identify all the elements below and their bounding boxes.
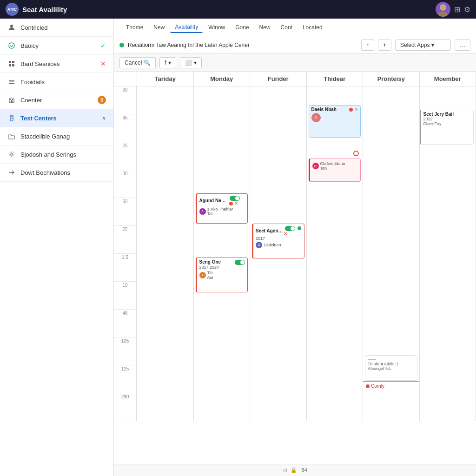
svg-rect-13 [10, 99, 11, 100]
calendar-grid-body: 30 45 25 30 60 25 1.5 10 46 105 125 290 [114, 86, 476, 421]
toggle-seet-agen[interactable] [285, 226, 295, 231]
day-header-4: Pronteisy [363, 72, 420, 86]
sidebar-label-bard: Bard Seanices [20, 60, 60, 67]
nav-new2[interactable]: New [255, 22, 275, 33]
sidebar-label-sjodosh: Sjodosh and Serings [20, 151, 76, 158]
toolbar: Cancel 🔍 f ▾ ⬜ ▾ [114, 54, 476, 72]
time-290: 290 [114, 393, 137, 421]
grid-icon[interactable]: ⊞ [454, 5, 460, 14]
plus-icon: + [383, 42, 386, 48]
bottom-card[interactable]: —— Tdi-dent Addir :1 Abiunget NiL [365, 355, 417, 381]
event-seet-jery-title: Seet Jery Bail [423, 112, 454, 117]
event-cbriv-sub: Ton [320, 166, 345, 171]
more-button[interactable]: … [455, 40, 470, 51]
event-seng[interactable]: Seng One 2817.2024 T Tih Aor [196, 258, 248, 292]
day-header-5: Moember [420, 72, 476, 86]
svg-rect-8 [9, 80, 14, 81]
sidebar-item-contricled[interactable]: Contricled [0, 19, 113, 37]
event-seet-jery[interactable]: Seet Jery Bail 2012 Claer Fay [420, 110, 474, 145]
svg-rect-10 [9, 83, 14, 84]
sidebar-label-stacdelible: Stacdelible Ganag [20, 133, 70, 140]
event-seet-agen-sub2: 1Adclnen [264, 243, 281, 247]
check-circle-icon [7, 41, 16, 50]
chevron-up-icon: ∧ [102, 115, 106, 121]
ellipsis-icon: … [460, 42, 465, 48]
copy-dropdown[interactable]: ⬜ ▾ [180, 57, 202, 68]
svg-rect-14 [12, 99, 13, 100]
time-column: 30 45 25 30 60 25 1.5 10 46 105 125 290 [114, 86, 137, 421]
sidebar-label-fooidails: Fooidails [20, 79, 45, 86]
time-25: 25 [114, 142, 137, 170]
grid2-icon [7, 60, 16, 68]
list-icon [7, 78, 16, 86]
sidebar-item-test-centers[interactable]: Test Centers ∧ [0, 109, 113, 127]
event-seet-jery-sub2: Claer Fay [423, 121, 471, 126]
svg-point-2 [10, 25, 13, 27]
dot-cornly [366, 384, 370, 388]
toggle-seng[interactable] [235, 260, 245, 265]
check-mark: ✓ [100, 42, 106, 49]
day-col-5: Seet Jery Bail 2012 Claer Fay [420, 86, 476, 421]
nav-new1[interactable]: New [149, 22, 169, 33]
avatar-daels: K [311, 113, 321, 122]
svg-point-1 [438, 12, 448, 17]
day-col-1: Agund Neny Aerb ✕ A 1 Kko The [194, 86, 251, 421]
event-seet-agen-title: Seet Agen Tnny [256, 228, 284, 233]
upload-button[interactable]: ↑ [361, 40, 374, 51]
nav-thome[interactable]: Thome [121, 22, 148, 33]
nav-located[interactable]: Located [298, 22, 327, 33]
status-area: Recaitiorm Taw Aearing Inl the Later App… [119, 42, 357, 48]
event-seng-sub3: Aor [207, 275, 214, 280]
star-daels: ✕ [354, 107, 358, 112]
nav-cont[interactable]: Cont [276, 22, 297, 33]
time-60: 60 [114, 198, 137, 226]
event-cbriv-title: Cbrlvretbtano [320, 161, 345, 166]
cancel-button[interactable]: Cancel 🔍 [119, 57, 156, 68]
calendar-header: Tariday Monday Furider Thidear Pronteisy… [114, 72, 476, 86]
svg-rect-4 [9, 61, 11, 63]
circle-indicator [353, 151, 359, 156]
upload-icon: ↑ [366, 42, 369, 48]
event-seng-title: Seng One [199, 259, 221, 264]
sidebar-item-baoicy[interactable]: Baoicy ✓ [0, 37, 113, 55]
sidebar-item-dowt[interactable]: Dowt Bechivations [0, 164, 113, 182]
sidebar-item-coenter[interactable]: Coenter 8 [0, 91, 113, 109]
cancel-label: Cancel [125, 60, 142, 66]
add-button[interactable]: + [378, 40, 391, 51]
day-col-2: Seet Agen Tnny ✕ 2017 S 1Adclnen [250, 86, 307, 421]
app-title: Seat Availility [22, 6, 67, 13]
person-icon [7, 23, 16, 32]
sidebar-item-bard[interactable]: Bard Seanices ✕ [0, 55, 113, 73]
event-seet-agen[interactable]: Seet Agen Tnny ✕ 2017 S 1Adclnen [252, 224, 304, 258]
bottom-card-line2: Abiunget NiL [368, 366, 415, 371]
time-105: 105 [114, 337, 137, 365]
sidebar-item-sjodosh[interactable]: Sjodosh and Serings [0, 145, 113, 164]
event-cbriv[interactable]: C Cbrlvretbtano Ton [309, 159, 361, 182]
app-header-left: AMC Seat Availility [6, 3, 67, 16]
svg-point-18 [11, 153, 13, 155]
event-daels[interactable]: Daels Nbah ✕ K [309, 105, 361, 138]
event-seng-sub2: Tih [207, 271, 214, 275]
status-dot [119, 43, 124, 47]
bottom-bar: ◁ 🔒 84 [114, 464, 476, 476]
cornly-label: Cornly [365, 383, 384, 389]
time-30b: 30 [114, 170, 137, 198]
sidebar-item-fooidails[interactable]: Fooidails [0, 73, 113, 91]
folder-icon [7, 132, 16, 140]
chevron-down2-icon: ▾ [168, 60, 171, 66]
nav-availability[interactable]: Availaility [170, 22, 203, 33]
toggle-agund[interactable] [230, 196, 240, 201]
time-125: 125 [114, 365, 137, 393]
building-icon [7, 96, 16, 104]
select-apps-dropdown[interactable]: Select Apps ▾ [395, 40, 451, 51]
nav-winow[interactable]: Winow [204, 22, 230, 33]
event-agund[interactable]: Agund Neny Aerb ✕ A 1 Kko The [196, 193, 248, 224]
time-header [114, 72, 137, 86]
user-avatar[interactable] [436, 2, 450, 17]
settings-icon[interactable]: ⚙ [464, 5, 470, 14]
sidebar-item-stacdelible[interactable]: Stacdelible Ganag [0, 127, 113, 145]
bottom-bar-text: ◁ 🔒 84 [283, 467, 307, 473]
svg-rect-12 [11, 100, 13, 103]
f-dropdown[interactable]: f ▾ [159, 57, 176, 68]
nav-gone[interactable]: Gone [231, 22, 253, 33]
